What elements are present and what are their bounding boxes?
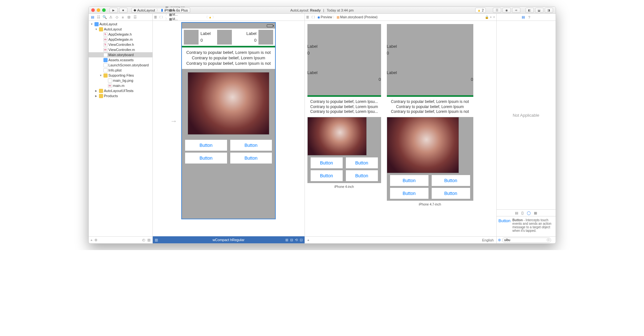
label[interactable]: 0: [246, 38, 257, 43]
find-navigator-tab[interactable]: 🔍: [102, 15, 107, 20]
related-items-icon[interactable]: ☰: [306, 15, 309, 19]
preview-language[interactable]: English: [482, 238, 493, 242]
size-class-bar[interactable]: ▥ wCompact hRegular ⊞ ⊟ ⟲ ⊡: [153, 236, 305, 243]
stop-button[interactable]: ■: [119, 8, 127, 13]
breadcrumb[interactable]: 〉▦ M...: [165, 12, 204, 17]
breadcrumb[interactable]: 〉▦ A...: [165, 8, 204, 12]
tree-row[interactable]: main_bg.png: [89, 78, 152, 83]
report-navigator-tab[interactable]: ☲: [133, 15, 138, 20]
button[interactable]: Button: [185, 153, 227, 164]
library-search-input[interactable]: [502, 238, 551, 243]
tree-label: ViewController.h: [109, 43, 134, 46]
tree-row[interactable]: Info.plist: [89, 68, 152, 73]
recent-filter-icon[interactable]: ◴: [142, 238, 145, 242]
image-view[interactable]: [188, 72, 269, 135]
scm-filter-icon[interactable]: ▥: [147, 238, 151, 242]
add-assistant-button[interactable]: +: [490, 15, 492, 19]
test-navigator-tab[interactable]: ◇: [114, 15, 119, 20]
tree-row[interactable]: Main.storyboard: [89, 52, 152, 57]
app-icon: ◆: [134, 8, 136, 12]
tree-row[interactable]: LaunchScreen.storyboard: [89, 63, 152, 68]
symbol-navigator-tab[interactable]: ☷: [96, 15, 101, 20]
label[interactable]: 0: [200, 38, 211, 43]
library-item[interactable]: Button Button - Intercepts touch events …: [497, 216, 556, 234]
add-preview-button[interactable]: +: [307, 238, 309, 242]
run-button[interactable]: ▶: [110, 8, 118, 13]
close-icon[interactable]: [91, 8, 95, 12]
tree-row[interactable]: ▼ AutoLayout: [89, 27, 152, 32]
resizing-button[interactable]: ⊡: [300, 238, 303, 242]
button[interactable]: Button: [230, 153, 272, 164]
issue-navigator-tab[interactable]: ⚠: [108, 15, 113, 20]
preview-canvas[interactable]: Label0 Label0 Contrary to popular belief…: [305, 21, 496, 236]
clear-search-icon[interactable]: ⓧ: [547, 238, 550, 242]
add-button[interactable]: +: [91, 238, 93, 242]
preview-device[interactable]: Label0 Label0 Contrary to popular belief…: [387, 24, 473, 201]
label[interactable]: Label: [246, 31, 257, 36]
tree-row[interactable]: h ViewController.h: [89, 42, 152, 47]
button[interactable]: Button: [185, 140, 227, 151]
file-template-library-tab[interactable]: ▤: [515, 211, 518, 215]
jump-bar-preview[interactable]: ☰ 〈 〉 ◉ Preview 〉 ▦ Main.storyboard (Pre…: [305, 14, 496, 21]
filter-button[interactable]: ⊚: [94, 238, 97, 242]
minimize-icon[interactable]: [97, 8, 100, 12]
tree-row[interactable]: ▼ AutoLayout: [89, 21, 152, 27]
warnings-badge[interactable]: ▲ 2: [475, 8, 485, 13]
align-button[interactable]: ⊞: [285, 238, 288, 242]
back-button[interactable]: 〈: [158, 15, 161, 20]
tree-label: main.m: [113, 84, 125, 88]
disclosure-icon[interactable]: ▼: [95, 28, 98, 31]
standard-editor-button[interactable]: ☰: [493, 8, 501, 13]
button[interactable]: Button: [230, 140, 272, 151]
version-editor-button[interactable]: ⥤: [512, 8, 520, 13]
document-outline-toggle-icon[interactable]: ▥: [155, 238, 158, 242]
tree-row[interactable]: ▶ Products: [89, 93, 152, 98]
text-label[interactable]: Contrary to popular belief, Lorem Ipsum …: [182, 47, 275, 69]
disclosure-icon[interactable]: ▶: [95, 95, 98, 97]
zoom-icon[interactable]: [102, 8, 106, 12]
file-inspector-tab[interactable]: ▤: [522, 15, 525, 19]
xcode-window: ▶ ■ ◆ AutoLayout 〉 ▮ iPhone 6s Plus Auto…: [88, 6, 556, 244]
tree-row[interactable]: m main.m: [89, 83, 152, 88]
disclosure-icon[interactable]: ▼: [100, 74, 102, 77]
tree-row[interactable]: ▶ AutoLayoutUITests: [89, 88, 152, 93]
tree-row[interactable]: m ViewController.m: [89, 47, 152, 52]
object-library-tab[interactable]: ◯: [527, 211, 531, 215]
view-controller-scene[interactable]: Label0 Label0 Contrary to popular belief…: [181, 22, 276, 219]
assistant-editor-button[interactable]: ◉: [502, 8, 511, 13]
ib-canvas[interactable]: → Label0 Label0: [153, 21, 305, 243]
toggle-navigator-button[interactable]: ◧: [526, 8, 534, 13]
close-assistant-button[interactable]: ×: [493, 15, 495, 19]
breadcrumb[interactable]: 〉▦ M...: [165, 17, 204, 21]
breakpoint-navigator-tab[interactable]: ⊟: [126, 15, 132, 20]
pin-button[interactable]: ⊟: [290, 238, 293, 242]
project-tree[interactable]: ▼ AutoLayout▼ AutoLayout h AppDelegate.h…: [89, 21, 152, 236]
image-placeholder[interactable]: [184, 30, 199, 45]
debug-navigator-tab[interactable]: ≡: [120, 15, 126, 20]
image-placeholder[interactable]: [217, 30, 232, 45]
related-items-icon[interactable]: ☰: [154, 15, 157, 19]
jump-bar-main[interactable]: ☰ 〈 〉 ▦ AutoLayout〉▦ A...〉▦ M...〉▦ M...〉…: [153, 14, 305, 21]
tree-row[interactable]: h AppDelegate.h: [89, 32, 152, 37]
image-placeholder[interactable]: [258, 30, 273, 45]
project-navigator-tab[interactable]: ▤: [90, 15, 95, 20]
code-library-tab[interactable]: {}: [521, 211, 524, 215]
forward-button[interactable]: 〉: [161, 15, 165, 20]
forward-button[interactable]: 〉: [314, 15, 317, 20]
label[interactable]: Label: [200, 31, 211, 36]
tree-row[interactable]: m AppDelegate.m: [89, 37, 152, 42]
resolve-issues-button[interactable]: ⟲: [295, 238, 298, 242]
disclosure-icon[interactable]: ▶: [95, 89, 98, 92]
tree-row[interactable]: Assets.xcassets: [89, 57, 152, 63]
lock-icon[interactable]: 🔒: [485, 15, 489, 19]
tree-row[interactable]: ▼ Supporting Files: [89, 73, 152, 78]
tree-label: AppDelegate.m: [109, 38, 133, 41]
filter-icon[interactable]: ⊚: [498, 238, 501, 242]
back-button[interactable]: 〈: [310, 15, 313, 20]
preview-device[interactable]: Label0 Label0 Contrary to popular belief…: [307, 24, 381, 183]
toggle-debug-button[interactable]: ⬓: [535, 8, 543, 13]
toggle-inspector-button[interactable]: ◨: [545, 8, 553, 13]
disclosure-icon[interactable]: ▼: [91, 23, 94, 26]
media-library-tab[interactable]: ▦: [534, 211, 537, 215]
quick-help-tab[interactable]: ?: [528, 15, 530, 19]
